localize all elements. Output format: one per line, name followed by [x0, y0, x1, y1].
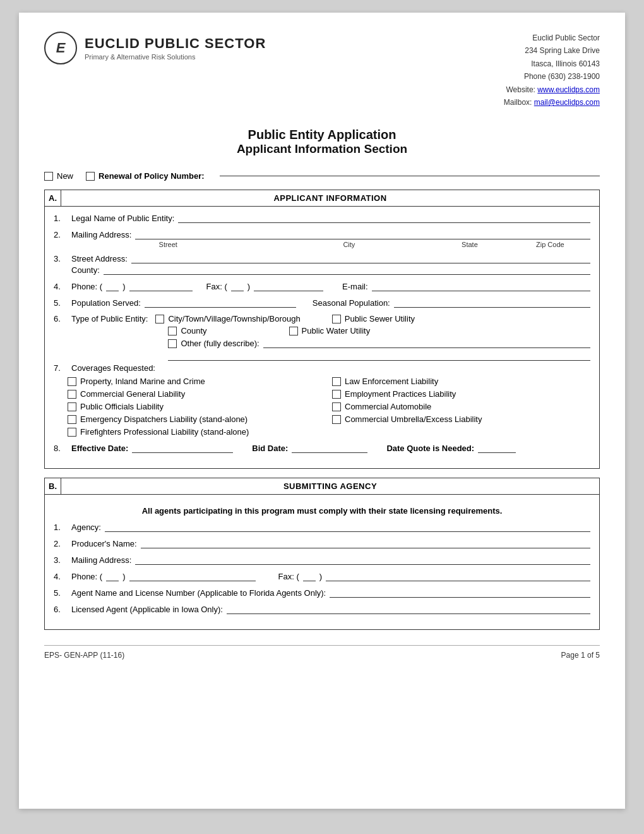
licensed-agent-row: 6. Licensed Agent (Applicable in Iowa On… [54, 604, 590, 614]
mailing-addr-field[interactable] [135, 229, 590, 239]
agency-row: 1. Agency: [54, 522, 590, 532]
phone-paren: ) [122, 282, 125, 291]
email-label: E-mail: [342, 282, 367, 291]
company-name: Euclid Public Sector [504, 32, 600, 44]
fax-num-field[interactable] [254, 281, 323, 291]
phone-area-field[interactable] [106, 281, 119, 291]
other-field-2[interactable] [168, 351, 590, 361]
agent-name-row: 5. Agent Name and License Number (Applic… [54, 588, 590, 598]
producer-row: 2. Producer's Name: [54, 538, 590, 548]
street-addr-field[interactable] [131, 253, 590, 263]
county-field[interactable] [104, 265, 590, 275]
coverage-law-enforcement: Law Enforcement Liability [332, 377, 590, 386]
b-phone-area[interactable] [106, 571, 119, 581]
agent-name-field[interactable] [330, 588, 590, 598]
row-num-8: 8. [54, 444, 68, 453]
title-line1: Public Entity Application [44, 128, 600, 142]
population-field[interactable] [145, 298, 296, 308]
date-quote-label: Date Quote is Needed: [386, 444, 474, 453]
new-checkbox[interactable] [44, 172, 53, 181]
property-checkbox[interactable] [68, 377, 76, 386]
licensed-agent-label: Licensed Agent (Applicable in Iowa Only)… [71, 605, 223, 614]
firefighters-label: Firefighters Professional Liability (sta… [80, 427, 249, 437]
emergency-checkbox[interactable] [68, 415, 76, 424]
property-label: Property, Inland Marine and Crime [80, 377, 205, 386]
b-row-num-1: 1. [54, 523, 68, 532]
logo-subtitle: Primary & Alternative Risk Solutions [85, 53, 266, 61]
b-fax-num[interactable] [326, 571, 590, 581]
address2: Itasca, Illinois 60143 [504, 57, 600, 70]
renewal-policy-field[interactable] [220, 176, 600, 176]
county-checkbox[interactable] [168, 327, 177, 335]
address1: 234 Spring Lake Drive [504, 44, 600, 57]
seasonal-label: Seasonal Population: [313, 298, 390, 308]
seasonal-field[interactable] [394, 298, 590, 308]
mailbox-link[interactable]: mail@euclidps.com [534, 98, 600, 107]
notice-text: All agents participating in this program… [54, 506, 590, 516]
entity-type-row: 6. Type of Public Entity: City/Town/Vill… [54, 314, 590, 361]
commercial-auto-checkbox[interactable] [332, 402, 341, 411]
agency-field[interactable] [105, 522, 590, 532]
law-enforcement-checkbox[interactable] [332, 377, 341, 386]
renewal-checkbox-item: Renewal of Policy Number: [86, 171, 205, 181]
commercial-general-checkbox[interactable] [68, 390, 76, 399]
section-b-body: All agents participating in this program… [44, 495, 600, 630]
b-mailing-field[interactable] [135, 555, 590, 565]
producer-field[interactable] [141, 538, 590, 548]
effective-date-label: Effective Date: [71, 444, 128, 453]
firefighters-checkbox[interactable] [68, 428, 76, 437]
coverage-firefighters: Firefighters Professional Liability (sta… [68, 427, 326, 437]
bid-date-field[interactable] [292, 443, 367, 453]
date-quote-field[interactable] [478, 443, 516, 453]
section-b-letter: B. [45, 478, 61, 494]
employment-checkbox[interactable] [332, 390, 341, 399]
fax-area-field[interactable] [231, 281, 244, 291]
b-row-num-2: 2. [54, 539, 68, 548]
phone-num-field[interactable] [129, 281, 193, 291]
street-addr-label: Street Address: [71, 254, 128, 263]
umbrella-checkbox[interactable] [332, 415, 341, 424]
city-checkbox[interactable] [155, 315, 164, 323]
population-row: 5. Population Served: Seasonal Populatio… [54, 298, 590, 308]
other-checkbox[interactable] [168, 339, 177, 348]
public-water-checkbox[interactable] [289, 327, 298, 335]
fax-label: Fax: ( [206, 282, 227, 291]
form-code: EPS- GEN-APP (11-16) [44, 651, 124, 660]
phone: Phone (630) 238-1900 [504, 70, 600, 83]
licensed-agent-field[interactable] [227, 604, 590, 614]
coverage-commercial-general: Commercial General Liability [68, 389, 326, 399]
b-phone-row: 4. Phone: ( ) Fax: ( ) [54, 571, 590, 581]
b-phone-label: Phone: ( [71, 572, 102, 581]
effective-date-field[interactable] [132, 443, 233, 453]
legal-name-field[interactable] [178, 213, 590, 223]
new-checkbox-item: New [44, 171, 73, 181]
coverages-grid: Property, Inland Marine and Crime Law En… [68, 377, 590, 437]
commercial-auto-label: Commercial Automobile [345, 402, 431, 411]
public-sewer-checkbox[interactable] [332, 315, 341, 323]
commercial-general-label: Commercial General Liability [80, 389, 185, 399]
website: Website: www.euclidps.com [504, 83, 600, 96]
page: E EUCLID PUBLIC SECTOR Primary & Alterna… [19, 13, 625, 809]
website-link[interactable]: www.euclidps.com [537, 85, 600, 94]
logo-text-area: EUCLID PUBLIC SECTOR Primary & Alternati… [85, 35, 266, 61]
mailbox-label: Mailbox: [504, 98, 532, 107]
mailing-addr-label: Mailing Address: [71, 230, 131, 239]
section-a-header: APPLICANT INFORMATION [61, 190, 599, 206]
city-label: City [343, 241, 355, 248]
coverage-emergency: Emergency Dispatchers Liability (stand-a… [68, 414, 326, 424]
legal-name-label: Legal Name of Public Entity: [71, 214, 174, 223]
zip-label: Zip Code [536, 241, 564, 248]
b-mailing-row: 3. Mailing Address: [54, 555, 590, 565]
other-field[interactable] [263, 338, 590, 348]
row-num-5: 5. [54, 298, 68, 308]
website-label: Website: [506, 85, 535, 94]
renewal-checkbox[interactable] [86, 172, 95, 181]
other-label: Other (fully describe): [181, 339, 259, 348]
coverage-employment: Employment Practices Liability [332, 389, 590, 399]
b-fax-area[interactable] [303, 571, 316, 581]
public-officials-checkbox[interactable] [68, 402, 76, 411]
email-field[interactable] [372, 281, 590, 291]
b-phone-num[interactable] [129, 571, 256, 581]
logo-area: E EUCLID PUBLIC SECTOR Primary & Alterna… [44, 32, 266, 64]
row-num-3: 3. [54, 254, 68, 263]
